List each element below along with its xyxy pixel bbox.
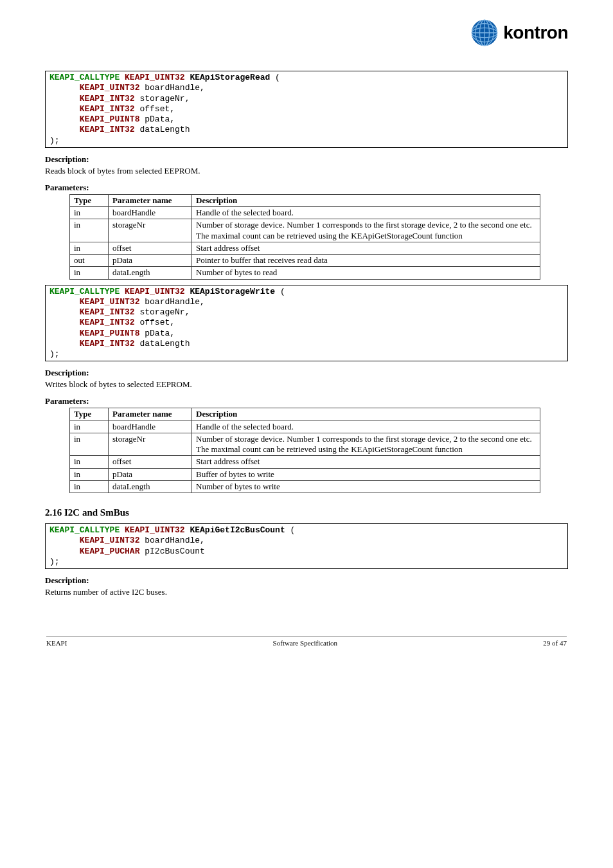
description-label: Description: bbox=[45, 575, 568, 586]
parameters-table: Type Parameter name Description inboardH… bbox=[69, 408, 540, 493]
code-token: KEAPI_UINT32 bbox=[125, 73, 185, 82]
code-param: boardHandle bbox=[145, 297, 200, 307]
code-token: KEAPI_UINT32 bbox=[80, 536, 140, 545]
table-row: outpDataPointer to buffer that receives … bbox=[70, 255, 540, 267]
table-header-row: Type Parameter name Description bbox=[70, 194, 540, 206]
code-token: KEAPI_PUINT8 bbox=[80, 114, 140, 124]
brand-name: kontron bbox=[503, 23, 568, 43]
code-token: KEAPI_UINT32 bbox=[80, 297, 140, 307]
description-text: Reads block of bytes from selected EEPRO… bbox=[45, 166, 568, 176]
code-param: dataLength bbox=[139, 339, 190, 348]
code-param: boardHandle bbox=[145, 83, 200, 93]
table-row: indataLengthNumber of bytes to read bbox=[70, 267, 540, 279]
code-token: KEAPI_UINT32 bbox=[125, 287, 185, 296]
code-param: storageNr bbox=[139, 94, 184, 104]
description-text: Returns number of active I2C buses. bbox=[45, 587, 568, 597]
document-page: kontron KEAPI_CALLTYPE KEAPI_UINT32 KEAp… bbox=[0, 0, 613, 673]
table-header: Type bbox=[70, 194, 109, 206]
footer-center: Software Specification bbox=[273, 639, 338, 647]
table-row: indataLengthNumber of bytes to write bbox=[70, 480, 540, 493]
code-token: KEAPI_UINT32 bbox=[80, 83, 140, 93]
code-param: offset bbox=[139, 104, 170, 114]
table-header: Description bbox=[192, 194, 540, 206]
table-header-row: Type Parameter name Description bbox=[70, 408, 540, 420]
code-param: storageNr bbox=[139, 307, 184, 317]
code-block-storage-read: KEAPI_CALLTYPE KEAPI_UINT32 KEApiStorage… bbox=[45, 71, 568, 148]
page-footer: KEAPI Software Specification 29 of 47 bbox=[45, 636, 568, 647]
code-token: KEAPI_PUINT8 bbox=[80, 329, 140, 338]
code-token: KEAPI_INT32 bbox=[80, 339, 135, 348]
code-token: KEAPI_CALLTYPE bbox=[49, 525, 120, 535]
table-row: inboardHandleHandle of the selected boar… bbox=[70, 207, 540, 219]
footer-right: 29 of 47 bbox=[543, 639, 567, 647]
table-header: Description bbox=[192, 408, 540, 420]
code-token: KEAPI_INT32 bbox=[80, 125, 135, 134]
section-heading-i2c: 2.16 I2C and SmBus bbox=[45, 507, 568, 518]
code-param: offset bbox=[139, 318, 170, 327]
brand-logo: kontron bbox=[471, 19, 568, 46]
code-param: pData bbox=[145, 114, 170, 124]
table-row: inoffsetStart address offset bbox=[70, 456, 540, 468]
table-row: inoffsetStart address offset bbox=[70, 242, 540, 254]
parameters-label: Parameters: bbox=[45, 396, 568, 406]
table-row: inpDataBuffer of bytes to write bbox=[70, 468, 540, 480]
code-param: boardHandle bbox=[145, 536, 200, 545]
parameters-table: Type Parameter name Description inboardH… bbox=[69, 194, 540, 280]
code-fn-name: KEApiStorageRead bbox=[190, 73, 270, 82]
code-token: KEAPI_INT32 bbox=[80, 94, 135, 104]
code-token: KEAPI_PUCHAR bbox=[80, 547, 140, 556]
code-fn-name: KEApiStorageWrite bbox=[190, 287, 275, 296]
code-param: pI2cBusCount bbox=[145, 547, 205, 556]
code-token: KEAPI_INT32 bbox=[80, 104, 135, 114]
code-token: KEAPI_INT32 bbox=[80, 307, 135, 317]
kontron-globe-icon bbox=[471, 19, 498, 46]
code-param: pData bbox=[145, 329, 170, 338]
description-text: Writes block of bytes to selected EEPROM… bbox=[45, 379, 568, 390]
code-token: KEAPI_CALLTYPE bbox=[49, 73, 120, 82]
code-param: dataLength bbox=[139, 125, 190, 134]
code-token: KEAPI_INT32 bbox=[80, 318, 135, 327]
code-block-storage-write: KEAPI_CALLTYPE KEAPI_UINT32 KEApiStorage… bbox=[45, 285, 568, 362]
table-row: instorageNrNumber of storage device. Num… bbox=[70, 433, 540, 456]
description-label: Description: bbox=[45, 368, 568, 378]
code-block-get-i2c-bus-count: KEAPI_CALLTYPE KEAPI_UINT32 KEApiGetI2cB… bbox=[45, 523, 568, 569]
code-token: KEAPI_UINT32 bbox=[125, 525, 185, 535]
code-token: KEAPI_CALLTYPE bbox=[49, 287, 120, 296]
parameters-label: Parameters: bbox=[45, 183, 568, 193]
table-header: Type bbox=[70, 408, 109, 420]
table-row: inboardHandleHandle of the selected boar… bbox=[70, 420, 540, 433]
description-label: Description: bbox=[45, 154, 568, 165]
table-header: Parameter name bbox=[109, 194, 192, 206]
table-header: Parameter name bbox=[109, 408, 192, 420]
footer-left: KEAPI bbox=[46, 639, 67, 647]
code-fn-name: KEApiGetI2cBusCount bbox=[190, 525, 285, 535]
table-row: instorageNrNumber of storage device. Num… bbox=[70, 219, 540, 242]
